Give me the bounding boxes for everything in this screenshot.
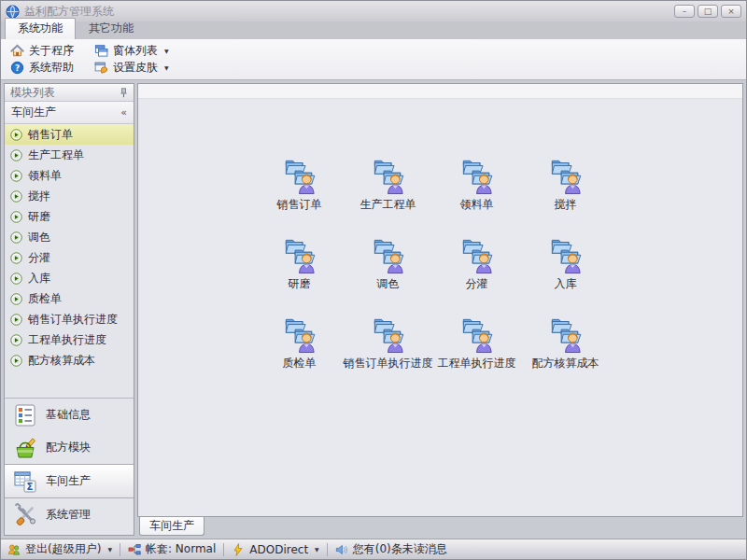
logout-button[interactable]: 登出(超级用户) ▼ [7, 541, 112, 557]
status-separator [120, 543, 120, 556]
document-tab-workshop-production[interactable]: 车间生产 [139, 516, 204, 536]
app-body: 模块列表 车间生产 « 销售订单 生产工程单 领料单 搅拌 [1, 80, 746, 539]
pin-icon[interactable] [120, 88, 128, 98]
table-sigma-icon [13, 469, 37, 494]
shortcut-material-requisition[interactable]: 领料单 [432, 155, 521, 213]
account-set-label: 帐套: Normal [146, 541, 216, 557]
collapse-icon[interactable]: « [120, 106, 127, 119]
help-button[interactable]: 系统帮助 [7, 60, 77, 76]
status-bar: 登出(超级用户) ▼ 帐套: Normal ADODirect ▼ 您有(0)条… [1, 539, 746, 559]
data-provider-button[interactable]: ADODirect ▼ [232, 543, 318, 556]
folder-user-icon [458, 155, 496, 195]
shortcut-filling[interactable]: 分灌 [432, 234, 521, 292]
shortcut-warehousing[interactable]: 入库 [521, 234, 610, 292]
unread-messages-indicator[interactable]: 您有(0)条未读消息 [335, 541, 447, 557]
window-list-button[interactable]: 窗体列表 ▼ [92, 43, 172, 59]
shortcut-label: 工程单执行进度 [438, 356, 516, 371]
about-label: 关于程序 [29, 43, 74, 59]
module-sidebar: 模块列表 车间生产 « 销售订单 生产工程单 领料单 搅拌 [4, 83, 134, 536]
logout-label: 登出(超级用户) [25, 541, 101, 557]
sidebar-group-header[interactable]: 车间生产 « [5, 102, 134, 124]
nav-workshop-production[interactable]: 车间生产 [5, 464, 134, 498]
speaker-icon [335, 543, 348, 556]
sidebar-item-filling[interactable]: 分灌 [5, 247, 134, 268]
shortcut-formula-costing[interactable]: 配方核算成本 [521, 314, 610, 371]
sidebar-item-sales-order[interactable]: 销售订单 [5, 124, 134, 145]
chevron-down-icon: ▼ [164, 64, 169, 71]
shortcut-engineering-order-progress[interactable]: 工程单执行进度 [432, 314, 521, 371]
sidebar-item-sales-order-progress[interactable]: 销售订单执行进度 [5, 309, 134, 329]
folder-user-icon [547, 155, 585, 195]
sidebar-item-label: 入库 [28, 271, 50, 287]
sidebar-item-formula-costing[interactable]: 配方核算成本 [5, 350, 134, 371]
list-info-icon [13, 403, 37, 427]
sidebar-item-grinding[interactable]: 研磨 [5, 206, 134, 227]
green-arrow-icon [10, 273, 22, 285]
tab-system-functions[interactable]: 系统功能 [5, 18, 76, 39]
shortcut-quality-inspection[interactable]: 质检单 [255, 314, 344, 371]
shortcut-label: 配方核算成本 [532, 356, 599, 371]
nav-label: 系统管理 [46, 507, 91, 523]
sidebar-item-production-order[interactable]: 生产工程单 [5, 145, 134, 165]
basket-pencil-icon [13, 436, 37, 460]
shortcut-sales-order[interactable]: 销售订单 [255, 155, 344, 213]
ribbon-toolbar: 关于程序 窗体列表 ▼ 系统帮助 设置皮肤 ▼ [1, 39, 746, 80]
about-button[interactable]: 关于程序 [7, 43, 77, 59]
shortcut-label: 调色 [377, 276, 400, 292]
nav-label: 基础信息 [46, 407, 91, 423]
shortcut-production-order[interactable]: 生产工程单 [344, 155, 432, 213]
sidebar-item-label: 领料单 [28, 168, 62, 184]
nav-label: 车间生产 [46, 473, 91, 489]
main-top-strip [138, 84, 742, 99]
nav-basic-info[interactable]: 基础信息 [5, 399, 134, 431]
shortcut-grid: 销售订单 生产工程单 领料单 搅拌 [255, 155, 610, 371]
shortcut-label: 领料单 [460, 197, 494, 213]
chevron-down-icon: ▼ [315, 546, 319, 553]
nav-formula-module[interactable]: 配方模块 [5, 431, 134, 464]
folder-user-icon [370, 155, 407, 195]
shortcut-color-tuning[interactable]: 调色 [344, 234, 432, 292]
nav-label: 配方模块 [46, 440, 91, 455]
window-controls: – □ × [674, 5, 741, 18]
close-button[interactable]: × [721, 5, 741, 18]
toolbar-row-2: 系统帮助 设置皮肤 ▼ [7, 60, 740, 77]
sidebar-item-material-requisition[interactable]: 领料单 [5, 165, 134, 186]
app-window: 益利配方管理系统 – □ × 系统功能 其它功能 关于程序 窗体列表 ▼ [0, 0, 747, 560]
nav-system-management[interactable]: 系统管理 [5, 498, 134, 531]
sidebar-item-mixing[interactable]: 搅拌 [5, 186, 134, 206]
shortcut-grinding[interactable]: 研磨 [255, 234, 344, 292]
sidebar-nav: 基础信息 配方模块 车间生产 系统管理 [5, 398, 134, 535]
sidebar-item-label: 销售订单执行进度 [28, 312, 118, 328]
ribbon-tabstrip: 系统功能 其它功能 [1, 21, 746, 39]
folder-user-icon [547, 314, 585, 354]
lightning-icon [232, 543, 245, 556]
shortcut-sales-order-progress[interactable]: 销售订单执行进度 [344, 314, 432, 371]
chevron-down-icon: ▼ [107, 546, 112, 553]
shortcut-label: 入库 [555, 276, 577, 292]
window-list-label: 窗体列表 [113, 43, 158, 59]
minimize-button[interactable]: – [674, 5, 695, 18]
skin-icon [94, 61, 108, 75]
windows-icon [94, 44, 108, 58]
maximize-button[interactable]: □ [698, 5, 718, 18]
tab-other-functions[interactable]: 其它功能 [77, 19, 146, 39]
green-arrow-icon [10, 252, 22, 264]
folder-user-icon [281, 155, 318, 195]
shortcut-label: 生产工程单 [360, 197, 416, 213]
shortcut-mixing[interactable]: 搅拌 [521, 155, 610, 213]
skin-button[interactable]: 设置皮肤 ▼ [92, 60, 172, 76]
main-panel: 销售订单 生产工程单 领料单 搅拌 [137, 83, 743, 517]
sidebar-item-engineering-order-progress[interactable]: 工程单执行进度 [5, 329, 134, 350]
skin-label: 设置皮肤 [113, 60, 158, 76]
sidebar-item-label: 销售订单 [28, 127, 73, 143]
folder-user-icon [547, 234, 585, 274]
sidebar-item-warehousing[interactable]: 入库 [5, 268, 134, 288]
unread-messages-label: 您有(0)条未读消息 [353, 541, 447, 557]
status-separator [327, 543, 328, 556]
green-arrow-icon [10, 190, 22, 203]
sidebar-item-label: 配方核算成本 [28, 353, 95, 369]
sidebar-item-quality-inspection[interactable]: 质检单 [5, 288, 134, 309]
sidebar-item-label: 生产工程单 [28, 147, 84, 163]
sidebar-item-label: 分灌 [28, 250, 50, 266]
sidebar-item-color-tuning[interactable]: 调色 [5, 227, 134, 247]
